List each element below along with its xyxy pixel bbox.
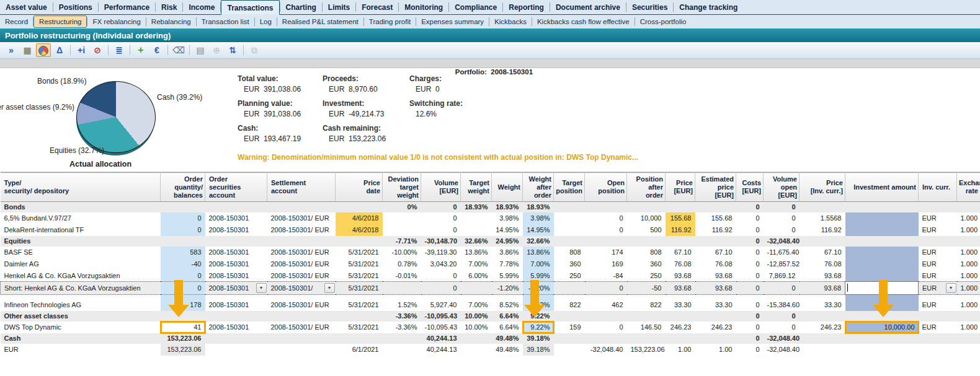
subtab-expenses-summary[interactable]: Expenses summary [416, 15, 489, 28]
column-header-date[interactable]: Price date [336, 173, 383, 202]
column-header-curr[interactable]: Inv. curr. [919, 173, 957, 202]
subtab-fx-rebalancing[interactable]: FX rebalancing [87, 15, 145, 28]
subtab-cross-portfolio[interactable]: Cross-portfolio [635, 15, 692, 28]
dropdown-button[interactable]: ▾ [324, 283, 335, 293]
tab-monitoring[interactable]: Monitoring [399, 0, 448, 14]
table-row[interactable]: DWS Top Dynamic412008-1503012008-150301/… [1, 321, 980, 333]
settle-cell[interactable]: 2008-150301/▾ [267, 282, 336, 295]
tab-performance[interactable]: Performance [99, 0, 155, 14]
positions-chart-icon[interactable]: ▦ [20, 43, 35, 57]
name-cell[interactable]: Infineon Technologies AG [1, 299, 161, 311]
delete-crossed-icon[interactable]: ⊘ [90, 43, 105, 57]
eraser-icon[interactable]: ⌫ [171, 43, 186, 57]
subtab-transaction-list[interactable]: Transaction list [197, 15, 254, 28]
column-header-name[interactable]: Type/ security/ depository [1, 173, 161, 202]
column-header-qty[interactable]: Order quantity/ balances [161, 173, 205, 202]
name-cell[interactable]: Short: Henkel AG & Co. KGaA Vorzugsaktie… [1, 282, 161, 295]
add-position-icon[interactable]: + [133, 43, 148, 57]
column-header-acct[interactable]: Order securities account [205, 173, 267, 202]
tab-transactions[interactable]: Transactions [221, 0, 279, 15]
settings-sliders-icon[interactable]: ≣ [112, 43, 127, 57]
group-row[interactable]: Cash153,223.0640,244.1349.48%39.18%0-32,… [1, 333, 980, 344]
table-row[interactable]: Short: Henkel AG & Co. KGaA Vorzugsaktie… [1, 282, 980, 295]
column-header-vol[interactable]: Volume [EUR] [421, 173, 461, 202]
column-header-wt[interactable]: Weight [492, 173, 523, 202]
expand-chevrons-icon[interactable]: » [4, 43, 19, 57]
column-header-wao[interactable]: Weight after order [523, 173, 554, 202]
subtab-realised-p-l-statement[interactable]: Realised P&L statement [277, 15, 363, 28]
group-row[interactable]: Other asset classes-3.36%-10,095.4310.00… [1, 311, 980, 321]
subtab-record[interactable]: Record [0, 15, 33, 28]
column-header-costs[interactable]: Costs [EUR] [736, 173, 764, 202]
name-cell[interactable]: DWS Top Dynamic [1, 321, 161, 333]
tab-reporting[interactable]: Reporting [503, 0, 550, 14]
delta-icon[interactable]: Δ [52, 43, 67, 57]
column-header-inv[interactable]: Investment amount [845, 173, 919, 202]
name-cell[interactable]: Bonds [1, 202, 161, 212]
column-header-tpos[interactable]: Target position [554, 173, 585, 202]
column-header-open[interactable]: Open position [585, 173, 627, 202]
pie-chart-icon[interactable] [36, 43, 51, 57]
name-cell[interactable]: BASF SE [1, 247, 161, 258]
qty-cell[interactable]: 583 [161, 247, 205, 258]
qty-cell[interactable]: 41 [161, 321, 205, 333]
table-row[interactable]: 6,5% Bundanl.V.97/2702008-1503012008-150… [1, 212, 980, 224]
tab-risk[interactable]: Risk [156, 0, 182, 14]
dropdown-button[interactable]: ▾ [946, 283, 956, 293]
subtab-rebalancing[interactable]: Rebalancing [146, 15, 196, 28]
table-row[interactable]: Infineon Technologies AG1782008-15030120… [1, 299, 980, 311]
subtab-restructuring[interactable]: Restructuring [33, 15, 87, 28]
tab-securities[interactable]: Securities [626, 0, 673, 14]
qty-cell[interactable]: 153,223.06 [161, 344, 205, 356]
curr-cell[interactable]: EUR▾ [919, 282, 957, 295]
column-header-dev[interactable]: Deviation target weight [383, 173, 421, 202]
wao-cell[interactable]: 9.22% [523, 321, 554, 333]
column-header-pinv[interactable]: Price [Inv. curr.] [800, 173, 845, 202]
add-info-icon[interactable]: +i [74, 43, 89, 57]
subtab-kickbacks-cash-flow-effective[interactable]: Kickbacks cash flow effective [532, 15, 635, 28]
order-book-icon[interactable]: ▤ [193, 43, 208, 57]
name-cell[interactable]: Equities [1, 236, 161, 247]
tab-positions[interactable]: Positions [53, 0, 98, 14]
name-cell[interactable]: Other asset classes [1, 311, 161, 321]
sort-columns-icon[interactable]: ⇅ [225, 43, 240, 57]
table-row[interactable]: Henkel AG & Co. KGaA Vorzugsaktien02008-… [1, 270, 980, 282]
tab-change-tracking[interactable]: Change tracking [674, 0, 743, 14]
inv-cell[interactable]: 10,000.00 [845, 321, 919, 333]
qty-cell[interactable]: 0 [161, 212, 205, 224]
copy-documents-icon[interactable]: ⧉ [247, 43, 262, 57]
column-header-vopen[interactable]: Volume open [EUR] [764, 173, 800, 202]
name-cell[interactable]: EUR [1, 344, 161, 356]
subtab-kickbacks[interactable]: Kickbacks [489, 15, 532, 28]
tab-limits[interactable]: Limits [323, 0, 355, 14]
table-row[interactable]: BASF SE5832008-1503012008-150301/ EUR5/3… [1, 247, 980, 258]
dropdown-button[interactable]: ▾ [256, 283, 267, 293]
subtab-log[interactable]: Log [255, 15, 277, 28]
qty-cell[interactable]: 0 [161, 224, 205, 236]
tab-forecast[interactable]: Forecast [356, 0, 398, 14]
name-cell[interactable]: 6,5% Bundanl.V.97/27 [1, 212, 161, 224]
tab-charting[interactable]: Charting [280, 0, 322, 14]
column-header-est[interactable]: Estimated price [EUR] [695, 173, 736, 202]
column-header-settle[interactable]: Settlement account [267, 173, 336, 202]
table-row[interactable]: Daimler AG-402008-1503012008-150301/ EUR… [1, 258, 980, 270]
name-cell[interactable]: Cash [1, 333, 161, 344]
column-header-fx[interactable]: Exchange rate [957, 173, 980, 202]
column-header-pao[interactable]: Position after order [627, 173, 666, 202]
tab-compliance[interactable]: Compliance [449, 0, 502, 14]
name-cell[interactable]: DekaRent-international TF [1, 224, 161, 236]
table-row[interactable]: EUR153,223.066/1/202140,244.1349.48%39.1… [1, 344, 980, 356]
euro-badge-icon[interactable]: € [149, 43, 164, 57]
name-cell[interactable]: Henkel AG & Co. KGaA Vorzugsaktien [1, 270, 161, 282]
acct-cell[interactable]: 2008-150301▾ [205, 282, 267, 295]
group-row[interactable]: Equities-7.71%-30,148.7032.66%24.95%32.6… [1, 236, 980, 247]
tab-document-archive[interactable]: Document archive [550, 0, 626, 14]
column-header-price[interactable]: Price [EUR] [666, 173, 695, 202]
currency-globe-icon[interactable]: ⊕ [209, 43, 224, 57]
column-header-twt[interactable]: Target weight [461, 173, 492, 202]
tab-asset-value[interactable]: Asset value [0, 0, 53, 14]
subtab-trading-profit[interactable]: Trading profit [364, 15, 416, 28]
qty-cell[interactable]: -40 [161, 258, 205, 270]
tab-income[interactable]: Income [183, 0, 220, 14]
group-row[interactable]: Bonds0%018.93%18.93%18.93%00 [1, 202, 980, 212]
